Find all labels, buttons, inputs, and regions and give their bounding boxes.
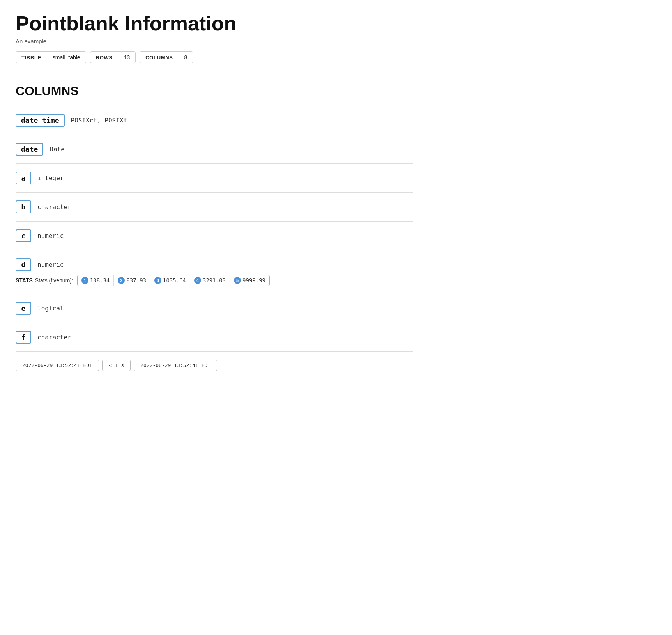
column-type: character	[37, 203, 71, 211]
stat-value: 837.93	[126, 277, 146, 284]
column-name: d	[16, 258, 31, 271]
column-row: bcharacter	[16, 193, 413, 222]
column-main: bcharacter	[16, 200, 71, 213]
tibble-badge: TIBBLE small_table	[16, 51, 86, 63]
columns-list: date_timePOSIXct, POSIXtdateDateainteger…	[16, 106, 413, 352]
stat-number: 3	[154, 277, 161, 284]
stat-number: 4	[194, 277, 201, 284]
page-subtitle: An example.	[16, 38, 413, 44]
stat-number: 5	[234, 277, 241, 284]
column-main: dnumeric	[16, 258, 64, 271]
column-row: ainteger	[16, 164, 413, 193]
footer-duration: < 1 s	[102, 360, 131, 371]
page-title: Pointblank Information	[16, 12, 413, 35]
column-name: f	[16, 331, 31, 344]
column-type: character	[37, 333, 71, 341]
column-main: elogical	[16, 302, 64, 315]
column-type: logical	[37, 305, 64, 312]
column-name: date_time	[16, 114, 65, 127]
tibble-value: small_table	[47, 52, 86, 63]
stat-value: 1035.64	[163, 277, 186, 284]
column-name: date	[16, 143, 43, 156]
stat-value: 108.34	[90, 277, 110, 284]
stats-description: Stats (fivenum):	[35, 277, 73, 284]
rows-value: 13	[118, 52, 136, 63]
tibble-label: TIBBLE	[16, 52, 47, 63]
stat-item: 2837.93	[114, 275, 150, 286]
rows-label: ROWS	[90, 52, 118, 63]
stat-item: 1108.34	[78, 275, 114, 286]
column-main: dateDate	[16, 143, 65, 156]
column-main: date_timePOSIXct, POSIXt	[16, 114, 127, 127]
column-name: e	[16, 302, 31, 315]
stats-box: 1108.342837.9331035.6443291.0359999.99	[77, 275, 270, 286]
column-type: Date	[50, 145, 65, 153]
column-main: cnumeric	[16, 229, 64, 242]
column-type: integer	[37, 174, 64, 182]
stat-value: 3291.03	[203, 277, 226, 284]
columns-label: COLUMNS	[140, 52, 178, 63]
stats-period: .	[272, 277, 274, 284]
stat-item: 31035.64	[150, 275, 190, 286]
column-name: c	[16, 229, 31, 242]
stats-row: STATS Stats (fivenum):1108.342837.933103…	[16, 275, 274, 286]
stat-item: 43291.03	[190, 275, 230, 286]
column-main: ainteger	[16, 172, 64, 184]
rows-badge: ROWS 13	[90, 51, 136, 63]
column-row: elogical	[16, 294, 413, 323]
stat-number: 2	[118, 277, 125, 284]
section-divider-top	[16, 74, 413, 74]
footer-timestamp-start: 2022-06-29 13:52:41 EDT	[16, 360, 99, 371]
meta-badges: TIBBLE small_table ROWS 13 COLUMNS 8	[16, 51, 413, 63]
column-type: numeric	[37, 261, 64, 268]
column-row: dnumericSTATS Stats (fivenum):1108.34283…	[16, 250, 413, 294]
footer-row: 2022-06-29 13:52:41 EDT < 1 s 2022-06-29…	[16, 352, 413, 375]
columns-badge: COLUMNS 8	[140, 51, 193, 63]
column-row: cnumeric	[16, 222, 413, 250]
column-name: b	[16, 200, 31, 213]
column-main: fcharacter	[16, 331, 71, 344]
column-row: dateDate	[16, 135, 413, 164]
footer-timestamp-end: 2022-06-29 13:52:41 EDT	[134, 360, 217, 371]
columns-section-title: COLUMNS	[16, 84, 413, 98]
column-row: fcharacter	[16, 323, 413, 352]
stat-number: 1	[81, 277, 88, 284]
stat-item: 59999.99	[230, 275, 269, 286]
column-type: numeric	[37, 232, 64, 239]
columns-value: 8	[179, 52, 193, 63]
stat-value: 9999.99	[242, 277, 265, 284]
column-type: POSIXct, POSIXt	[71, 117, 127, 124]
stats-label: STATS	[16, 277, 33, 284]
column-row: date_timePOSIXct, POSIXt	[16, 106, 413, 135]
column-name: a	[16, 172, 31, 184]
